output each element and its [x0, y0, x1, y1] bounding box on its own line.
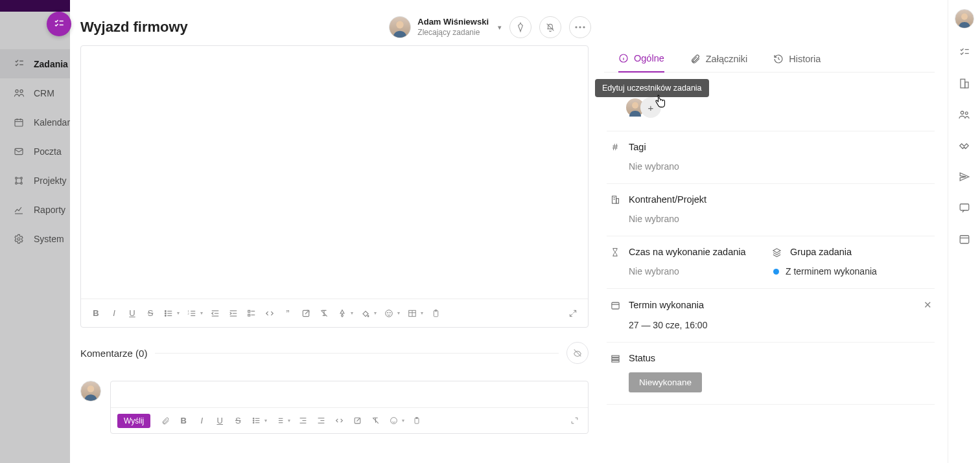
- send-rail-icon[interactable]: [957, 170, 972, 184]
- attach-button[interactable]: [158, 414, 172, 428]
- people-rail-icon[interactable]: [957, 107, 972, 122]
- quote-button[interactable]: ”: [281, 306, 295, 321]
- chevron-down-icon[interactable]: ▾: [421, 310, 423, 316]
- bold-button[interactable]: B: [176, 414, 191, 428]
- svg-rect-42: [248, 310, 250, 312]
- italic-button[interactable]: I: [194, 414, 209, 428]
- layers-icon: [771, 247, 782, 257]
- calendar-icon: [609, 300, 621, 310]
- bold-button[interactable]: B: [89, 306, 103, 321]
- chevron-down-icon[interactable]: ▾: [397, 310, 400, 316]
- clear-format-button[interactable]: [368, 414, 382, 428]
- svg-rect-95: [964, 82, 968, 88]
- code-button[interactable]: [332, 414, 346, 428]
- comments-heading: Komentarze (0): [80, 348, 147, 359]
- bullet-list-button[interactable]: [161, 306, 176, 321]
- comments-visibility-button[interactable]: [566, 342, 589, 364]
- strike-button[interactable]: S: [143, 306, 158, 321]
- calendar-rail-icon[interactable]: [957, 232, 972, 246]
- ordered-list-button[interactable]: [272, 414, 286, 428]
- underline-button[interactable]: U: [213, 414, 227, 428]
- italic-button[interactable]: I: [107, 306, 121, 321]
- outdent-button[interactable]: [296, 414, 310, 428]
- deadline-field[interactable]: Termin wykonania ✕ 27 — 30 cze, 16:00: [607, 289, 935, 343]
- outdent-button[interactable]: [208, 306, 222, 321]
- clear-deadline-button[interactable]: ✕: [924, 299, 932, 311]
- svg-point-50: [390, 312, 390, 313]
- svg-point-48: [386, 310, 393, 317]
- divider: [155, 353, 559, 354]
- field-value: Nie wybrano: [629, 266, 771, 277]
- link-button[interactable]: [350, 414, 364, 428]
- expand-button[interactable]: [567, 414, 581, 428]
- field-label: Czas na wykonanie zadania: [629, 247, 746, 257]
- code-button[interactable]: [262, 306, 277, 321]
- bg-color-button[interactable]: [358, 306, 373, 321]
- svg-rect-99: [960, 236, 969, 243]
- field-value: Z terminem wykonania: [786, 266, 877, 277]
- chat-rail-icon[interactable]: [957, 201, 972, 215]
- field-value: Nie wybrano: [629, 214, 932, 224]
- svg-point-25: [165, 310, 166, 311]
- group-field[interactable]: Grupa zadania Z terminem wykonania: [771, 247, 932, 277]
- time-field[interactable]: Czas na wykonanie zadania Nie wybrano: [609, 247, 771, 277]
- clear-format-button[interactable]: [317, 306, 331, 321]
- strike-button[interactable]: S: [231, 414, 245, 428]
- checklist-button[interactable]: [244, 306, 259, 321]
- text-color-button[interactable]: [335, 306, 349, 321]
- client-field[interactable]: Kontrahent/Projekt Nie wybrano: [607, 184, 935, 236]
- svg-point-91: [961, 14, 968, 20]
- tasks-rail-icon[interactable]: [957, 45, 972, 60]
- description-editor[interactable]: B I U S ▾ 12 ▾ ” ▾ ▾ ▾: [80, 45, 589, 328]
- chevron-down-icon[interactable]: ▾: [264, 418, 267, 423]
- comment-input[interactable]: [111, 381, 588, 407]
- table-button[interactable]: [405, 306, 419, 321]
- chevron-down-icon[interactable]: ▾: [402, 418, 404, 423]
- building-icon: [609, 195, 621, 205]
- editor-content[interactable]: [81, 46, 588, 299]
- tab-attachments[interactable]: Załączniki: [690, 53, 747, 72]
- notifications-off-button[interactable]: [539, 16, 561, 38]
- right-rail: [948, 0, 980, 463]
- handshake-rail-icon[interactable]: [957, 139, 972, 153]
- underline-button[interactable]: U: [125, 306, 139, 321]
- svg-point-58: [253, 418, 254, 419]
- indent-button[interactable]: [226, 306, 240, 321]
- tab-history[interactable]: Historia: [773, 53, 821, 72]
- svg-rect-88: [611, 356, 618, 357]
- paste-button[interactable]: [428, 306, 443, 321]
- assignee-selector[interactable]: Adam Wiśniewski Zlecający zadanie ▾: [389, 16, 502, 38]
- add-participant-button[interactable]: +: [640, 97, 661, 118]
- send-button[interactable]: Wyślij: [117, 414, 150, 428]
- avatar[interactable]: [955, 9, 974, 28]
- tags-field[interactable]: #Tagi Nie wybrano: [607, 131, 935, 184]
- indent-button[interactable]: [314, 414, 328, 428]
- chevron-down-icon[interactable]: ▾: [177, 310, 180, 316]
- hourglass-icon: [609, 247, 621, 257]
- emoji-button[interactable]: [382, 306, 396, 321]
- bullet-list-button[interactable]: [249, 414, 263, 428]
- paste-button[interactable]: [410, 414, 424, 428]
- svg-point-49: [388, 312, 388, 313]
- comment-toolbar: Wyślij B I U S ▾ ▾ ▾: [111, 407, 588, 433]
- building-rail-icon[interactable]: [957, 76, 972, 91]
- link-button[interactable]: [299, 306, 313, 321]
- status-field[interactable]: Status Niewykonane: [607, 343, 935, 405]
- comment-editor[interactable]: Wyślij B I U S ▾ ▾ ▾: [110, 381, 589, 434]
- more-button[interactable]: [569, 16, 591, 38]
- chevron-down-icon[interactable]: ▾: [200, 310, 203, 316]
- tab-general[interactable]: Ogólne: [618, 53, 664, 73]
- svg-rect-83: [616, 198, 618, 203]
- chevron-down-icon[interactable]: ▾: [374, 310, 377, 316]
- ordered-list-button[interactable]: 12: [185, 306, 199, 321]
- emoji-button[interactable]: [386, 414, 401, 428]
- svg-point-59: [253, 420, 254, 422]
- svg-rect-86: [611, 302, 618, 309]
- tasks-fab[interactable]: [47, 12, 71, 36]
- priority-button[interactable]: [509, 16, 531, 38]
- svg-point-96: [961, 111, 964, 115]
- chevron-down-icon[interactable]: ▾: [288, 418, 290, 423]
- expand-button[interactable]: [566, 306, 580, 321]
- chevron-down-icon[interactable]: ▾: [351, 310, 353, 316]
- status-badge[interactable]: Niewykonane: [629, 372, 702, 392]
